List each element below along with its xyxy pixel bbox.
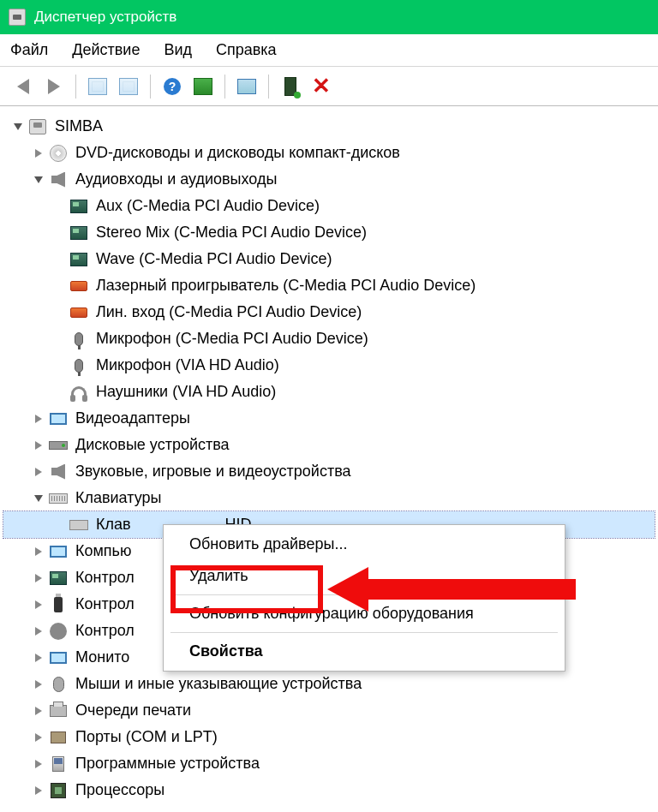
cpu-icon <box>48 781 69 800</box>
tree-audio-item[interactable]: Микрофон (VIA HD Audio) <box>3 352 655 379</box>
cd-icon <box>69 303 89 322</box>
help-button[interactable]: ? <box>159 74 185 99</box>
toolbar-separator <box>224 75 225 99</box>
menu-file[interactable]: Файл <box>10 41 48 59</box>
expander-icon[interactable] <box>29 654 48 662</box>
menu-action[interactable]: Действие <box>72 41 140 59</box>
expander-icon[interactable] <box>29 176 48 183</box>
tree-audio-item[interactable]: Wave (C-Media PCI Audio Device) <box>3 246 655 272</box>
toolbar-separator <box>268 75 269 99</box>
device-tree[interactable]: SIMBA DVD-дисководы и дисководы компакт-… <box>0 106 658 810</box>
expander-icon[interactable] <box>29 680 48 689</box>
tree-video[interactable]: Видеоадаптеры <box>3 405 655 432</box>
node-label: DVD-дисководы и дисководы компакт-дисков <box>75 144 400 162</box>
help-icon: ? <box>164 78 181 95</box>
forward-button[interactable] <box>41 74 67 99</box>
tree-audio-item[interactable]: Микрофон (C-Media PCI Audio Device) <box>3 325 655 352</box>
arrow-left-icon <box>17 79 29 94</box>
tree-audio-item[interactable]: Aux (C-Media PCI Audio Device) <box>3 193 655 219</box>
arrow-right-icon <box>48 79 60 94</box>
expander-icon[interactable] <box>29 415 48 423</box>
tree-ports[interactable]: Порты (COM и LPT) <box>3 724 655 750</box>
node-label: Монито <box>75 648 129 666</box>
list-view-icon <box>119 78 138 95</box>
toolbar-btn-3[interactable] <box>190 74 216 99</box>
toolbar-separator <box>75 75 76 99</box>
node-label: Контрол <box>75 595 135 613</box>
scan-button[interactable] <box>234 74 260 99</box>
tree-audio[interactable]: Аудиовходы и аудиовыходы <box>3 166 655 193</box>
node-label: Дисковые устройства <box>75 436 230 454</box>
tree-audio-item[interactable]: Наушники (VIA HD Audio) <box>3 379 655 405</box>
expander-icon[interactable] <box>29 627 48 636</box>
expander-icon[interactable] <box>29 786 48 795</box>
expander-icon[interactable] <box>29 760 48 768</box>
chip-icon <box>48 569 69 588</box>
tree-cpu[interactable]: Процессоры <box>3 777 655 803</box>
headphones-icon <box>69 383 89 402</box>
uninstall-button[interactable]: ✕ <box>308 74 334 99</box>
tree-dvd[interactable]: DVD-дисководы и дисководы компакт-дисков <box>3 140 655 166</box>
device-add-icon <box>284 77 296 96</box>
monitor-icon <box>237 79 256 94</box>
tree-sound-game[interactable]: Звуковые, игровые и видеоустройства <box>3 458 655 485</box>
tree-mice[interactable]: Мыши и иные указывающие устройства <box>3 671 655 697</box>
tree-audio-item[interactable]: Stereo Mix (C-Media PCI Audio Device) <box>3 219 655 246</box>
keyboard-icon <box>48 489 69 508</box>
expander-icon[interactable] <box>29 468 48 476</box>
expander-icon[interactable] <box>29 149 48 158</box>
drive-icon <box>48 436 69 455</box>
tree-audio-item[interactable]: Лин. вход (C-Media PCI Audio Device) <box>3 299 655 325</box>
node-label: Контрол <box>75 569 135 587</box>
expander-icon[interactable] <box>9 123 27 130</box>
expander-icon[interactable] <box>29 574 48 582</box>
node-label: Микрофон (C-Media PCI Audio Device) <box>96 330 368 348</box>
tree-keyboards[interactable]: Клавиатуры <box>3 485 655 511</box>
node-label: Аудиовходы и аудиовыходы <box>75 170 277 188</box>
tree-audio-item[interactable]: Лазерный проигрыватель (C-Media PCI Audi… <box>3 272 655 299</box>
menu-properties[interactable]: Свойства <box>165 636 563 667</box>
node-label: Микрофон (VIA HD Audio) <box>96 356 279 374</box>
expander-icon[interactable] <box>29 495 48 502</box>
expander-icon[interactable] <box>29 600 48 609</box>
node-label: Порты (COM и LPT) <box>75 728 218 746</box>
toolbar: ? ✕ <box>0 67 658 106</box>
tree-software[interactable]: Программные устройства <box>3 750 655 777</box>
toolbar-btn-2[interactable] <box>116 74 141 99</box>
tree-disk[interactable]: Дисковые устройства <box>3 432 655 458</box>
node-label: Программные устройства <box>75 755 260 773</box>
node-label: Stereo Mix (C-Media PCI Audio Device) <box>96 224 367 242</box>
usb-icon <box>48 595 69 614</box>
add-legacy-button[interactable] <box>278 74 303 99</box>
expander-icon[interactable] <box>29 441 48 450</box>
expander-icon[interactable] <box>29 547 48 556</box>
toolbar-btn-1[interactable] <box>85 74 111 99</box>
highlight-arrow-icon <box>327 565 576 613</box>
node-label: Контрол <box>75 622 135 640</box>
port-icon <box>48 728 69 747</box>
mic-icon <box>69 356 89 375</box>
tree-print[interactable]: Очереди печати <box>3 697 655 724</box>
menubar: Файл Действие Вид Справка <box>0 34 658 67</box>
menu-help[interactable]: Справка <box>216 41 277 59</box>
detail-view-icon <box>88 78 107 95</box>
toolbar-separator <box>150 75 151 99</box>
menu-update-drivers[interactable]: Обновить драйверы... <box>165 528 563 560</box>
menu-view[interactable]: Вид <box>164 41 192 59</box>
monitor-icon <box>48 648 69 667</box>
highlight-box <box>170 565 323 613</box>
software-icon <box>48 755 69 773</box>
node-label: Наушники (VIA HD Audio) <box>96 383 276 401</box>
tree-root[interactable]: SIMBA <box>3 113 655 140</box>
node-label: Звуковые, игровые и видеоустройства <box>75 463 351 481</box>
cd-icon <box>69 277 89 296</box>
node-label: Компью <box>75 542 132 560</box>
back-button[interactable] <box>10 74 36 99</box>
expander-icon[interactable] <box>29 707 48 715</box>
x-icon: ✕ <box>312 73 331 99</box>
chip-icon <box>69 224 89 242</box>
computer-icon <box>27 117 48 136</box>
node-label: Видеоадаптеры <box>75 409 190 427</box>
expander-icon[interactable] <box>29 733 48 742</box>
window-title: Диспетчер устройств <box>34 9 176 26</box>
